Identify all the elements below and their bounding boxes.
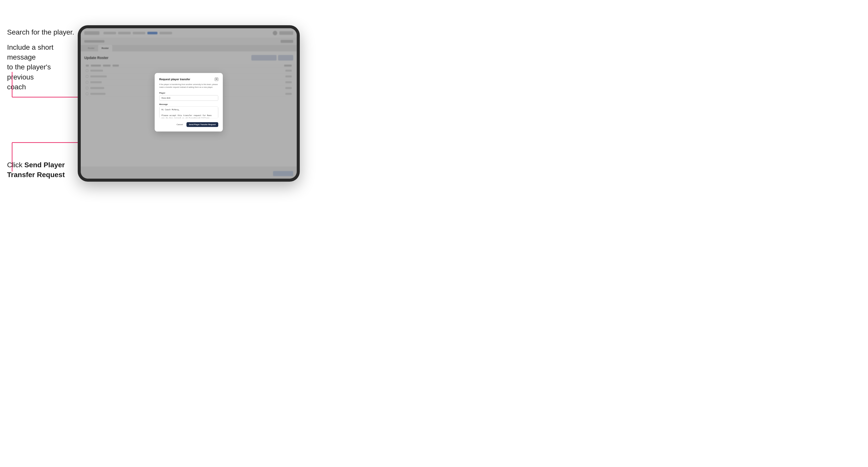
annotation-search: Search for the player. — [7, 27, 74, 37]
modal-close-button[interactable]: ✕ — [215, 77, 218, 81]
player-search-input[interactable] — [159, 95, 218, 101]
modal-description: If the player is transferring from anoth… — [159, 83, 218, 89]
send-transfer-request-button[interactable]: Send Player Transfer Request — [186, 122, 218, 127]
device-screen: Roster Roster Update Roster — [81, 28, 297, 179]
modal-dialog: Request player transfer ✕ If the player … — [155, 73, 223, 131]
message-textarea[interactable]: Hi Coach McHarg, Please accept this tran… — [159, 106, 218, 118]
annotation-click: Click Send Player Transfer Request — [7, 160, 73, 180]
device-frame: Roster Roster Update Roster — [78, 25, 300, 182]
cancel-button[interactable]: Cancel — [175, 122, 184, 127]
message-field-label: Message — [159, 103, 218, 105]
modal-overlay: Request player transfer ✕ If the player … — [81, 28, 297, 179]
annotation-message: Include a short messageto the player's p… — [7, 42, 73, 92]
modal-footer: Cancel Send Player Transfer Request — [159, 122, 218, 127]
modal-title: Request player transfer — [159, 78, 190, 81]
modal-header: Request player transfer ✕ — [159, 77, 218, 81]
player-field-label: Player — [159, 92, 218, 94]
